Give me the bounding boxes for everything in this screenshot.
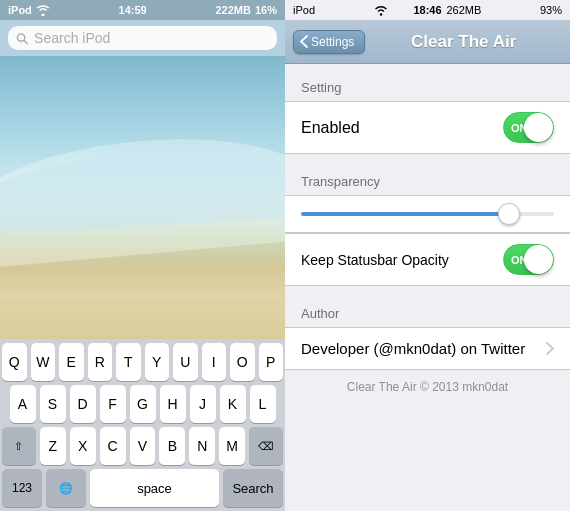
backspace-key[interactable]: ⌫ bbox=[249, 427, 283, 465]
right-panel: iPod 18:46 262MB 93% Settings Clear The … bbox=[285, 0, 570, 511]
settings-content: Setting Enabled ON Transparency Keep Sta… bbox=[285, 64, 570, 511]
keyboard[interactable]: Q W E R T Y U I O P A S D F G H J K L ⇧ … bbox=[0, 339, 285, 511]
enabled-label: Enabled bbox=[301, 119, 360, 137]
space-key[interactable]: space bbox=[90, 469, 219, 507]
slider-track[interactable] bbox=[301, 212, 554, 216]
left-panel: iPod 14:59 222MB 16% Q W E bbox=[0, 0, 285, 511]
key-a[interactable]: A bbox=[10, 385, 36, 423]
chevron-right-icon bbox=[546, 342, 554, 355]
back-label: Settings bbox=[311, 35, 354, 49]
status-bar-right: iPod 18:46 262MB 93% bbox=[285, 0, 570, 20]
nav-title: Clear The Air bbox=[365, 32, 562, 52]
key-l[interactable]: L bbox=[250, 385, 276, 423]
svg-point-2 bbox=[380, 13, 382, 15]
shift-key[interactable]: ⇧ bbox=[2, 427, 36, 465]
author-section-header: Author bbox=[285, 306, 570, 327]
nav-bar: Settings Clear The Air bbox=[285, 20, 570, 64]
svg-line-1 bbox=[24, 40, 27, 43]
keep-statusbar-label: Keep Statusbar Opacity bbox=[301, 252, 449, 268]
time-left: 14:59 bbox=[119, 4, 147, 16]
storage-right: 262MB bbox=[446, 4, 481, 16]
key-h[interactable]: H bbox=[160, 385, 186, 423]
left-status-group: iPod bbox=[8, 4, 50, 16]
chevron-left-icon bbox=[300, 35, 308, 48]
keep-statusbar-toggle[interactable]: ON bbox=[503, 244, 554, 275]
key-s[interactable]: S bbox=[40, 385, 66, 423]
key-p[interactable]: P bbox=[259, 343, 284, 381]
enabled-toggle[interactable]: ON bbox=[503, 112, 554, 143]
kb-row-2: A S D F G H J K L bbox=[2, 385, 283, 423]
key-n[interactable]: N bbox=[189, 427, 215, 465]
author-link-text: Developer (@mkn0dat) on Twitter bbox=[301, 340, 525, 357]
key-c[interactable]: C bbox=[100, 427, 126, 465]
key-u[interactable]: U bbox=[173, 343, 198, 381]
key-v[interactable]: V bbox=[130, 427, 156, 465]
key-j[interactable]: J bbox=[190, 385, 216, 423]
key-f[interactable]: F bbox=[100, 385, 126, 423]
enabled-toggle-knob bbox=[524, 113, 553, 142]
battery-right: 93% bbox=[540, 4, 562, 16]
key-r[interactable]: R bbox=[88, 343, 113, 381]
key-w[interactable]: W bbox=[31, 343, 56, 381]
key-e[interactable]: E bbox=[59, 343, 84, 381]
author-link[interactable]: Developer (@mkn0dat) on Twitter bbox=[285, 327, 570, 370]
search-icon-left bbox=[16, 32, 28, 45]
svg-point-0 bbox=[17, 33, 24, 40]
key-m[interactable]: M bbox=[219, 427, 245, 465]
carrier-right: iPod bbox=[293, 4, 315, 16]
keep-statusbar-toggle-knob bbox=[524, 245, 553, 274]
key-b[interactable]: B bbox=[159, 427, 185, 465]
key-k[interactable]: K bbox=[220, 385, 246, 423]
wifi-icon-right bbox=[374, 5, 388, 16]
key-g[interactable]: G bbox=[130, 385, 156, 423]
setting-group: Enabled ON bbox=[285, 101, 570, 154]
slider-thumb[interactable] bbox=[498, 203, 520, 225]
carrier-left: iPod bbox=[8, 4, 32, 16]
key-t[interactable]: T bbox=[116, 343, 141, 381]
kb-row-1: Q W E R T Y U I O P bbox=[2, 343, 283, 381]
key-z[interactable]: Z bbox=[40, 427, 66, 465]
kb-row-3: ⇧ Z X C V B N M ⌫ bbox=[2, 427, 283, 465]
key-i[interactable]: I bbox=[202, 343, 227, 381]
search-input[interactable] bbox=[34, 30, 269, 46]
enabled-row: Enabled ON bbox=[285, 102, 570, 153]
key-q[interactable]: Q bbox=[2, 343, 27, 381]
right-status-left: 222MB 16% bbox=[215, 4, 277, 16]
key-d[interactable]: D bbox=[70, 385, 96, 423]
num-key[interactable]: 123 bbox=[2, 469, 42, 507]
search-key[interactable]: Search bbox=[223, 469, 283, 507]
status-bar-left: iPod 14:59 222MB 16% bbox=[0, 0, 285, 20]
time-right: 18:46 bbox=[413, 4, 441, 16]
keep-statusbar-row: Keep Statusbar Opacity ON bbox=[285, 234, 570, 285]
battery-left: 16% bbox=[255, 4, 277, 16]
key-x[interactable]: X bbox=[70, 427, 96, 465]
slider-container bbox=[285, 195, 570, 233]
slider-fill bbox=[301, 212, 503, 216]
copyright-text: Clear The Air © 2013 mkn0dat bbox=[285, 370, 570, 394]
back-button[interactable]: Settings bbox=[293, 30, 365, 54]
search-bar-container bbox=[0, 20, 285, 56]
setting-section-header: Setting bbox=[285, 80, 570, 101]
kb-row-bottom: 123 🌐 space Search bbox=[2, 469, 283, 507]
wifi-icon-left bbox=[36, 5, 50, 16]
keep-statusbar-group: Keep Statusbar Opacity ON bbox=[285, 233, 570, 286]
transparency-section-header: Transparency bbox=[285, 174, 570, 195]
key-o[interactable]: O bbox=[230, 343, 255, 381]
key-y[interactable]: Y bbox=[145, 343, 170, 381]
storage-left: 222MB bbox=[215, 4, 250, 16]
globe-key[interactable]: 🌐 bbox=[46, 469, 86, 507]
beach-background bbox=[0, 56, 285, 339]
search-bar[interactable] bbox=[8, 26, 277, 50]
